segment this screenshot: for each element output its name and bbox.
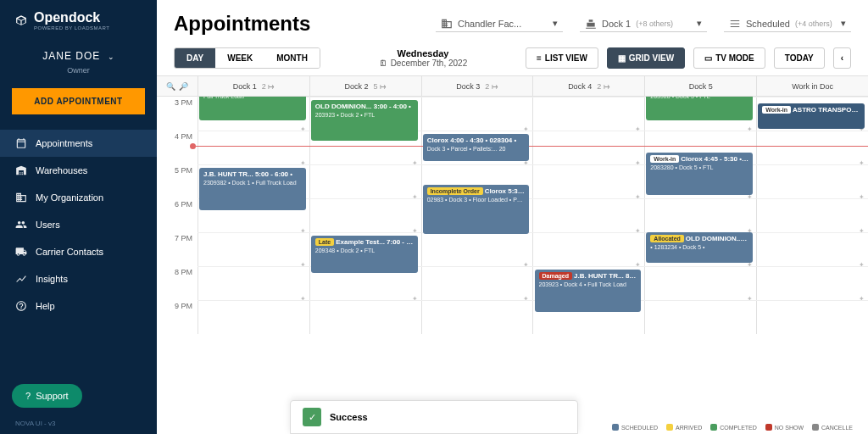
view-range-toggle: DAYWEEKMONTH xyxy=(174,47,320,69)
grid-cell[interactable] xyxy=(532,232,644,266)
sidebar-item-appointments[interactable]: Appointments xyxy=(0,130,157,157)
grid-cell[interactable] xyxy=(198,232,309,266)
view-day[interactable]: DAY xyxy=(175,48,215,68)
grid-cell[interactable] xyxy=(532,97,644,131)
tv-mode-button[interactable]: ▭TV MODE xyxy=(693,47,765,69)
grid-cell[interactable] xyxy=(198,131,309,164)
appointment-card[interactable]: Incomplete OrderClorox 5:30 - 6:45 •0298… xyxy=(423,185,530,234)
grid-cell[interactable] xyxy=(421,97,533,131)
calendar-icon: 🗓 xyxy=(379,58,387,68)
schedule-grid[interactable]: 3 PM4 PM5 PM6 PM7 PM8 PM9 PMDamaged40840… xyxy=(157,97,868,434)
sidebar-item-carrier-contacts[interactable]: Carrier Contacts xyxy=(0,238,157,265)
add-appointment-button[interactable]: ADD APPOINTMENT xyxy=(12,88,145,114)
grid-cell[interactable] xyxy=(644,300,756,334)
grid-cell[interactable] xyxy=(532,131,644,164)
appointment-card[interactable]: DamagedJ.B. HUNT TR... 8:00 - 9:00 •2039… xyxy=(535,270,642,312)
grid-cell[interactable] xyxy=(421,300,533,334)
legend-item: ARRIVED xyxy=(666,424,702,431)
grid-cell[interactable] xyxy=(309,164,421,198)
time-label: 8 PM xyxy=(157,266,198,300)
list-icon: ≡ xyxy=(537,53,542,63)
grid-cell[interactable] xyxy=(421,266,533,300)
grid-cell[interactable] xyxy=(309,300,421,334)
appointment-card[interactable]: LateExample Test... 7:00 - 8:00 •209348 … xyxy=(311,236,418,273)
filter-scheduled[interactable]: Scheduled(+4 others)▾ xyxy=(724,16,851,32)
appointment-card[interactable]: J.B. HUNT TR... 5:00 - 6:00 •2309382 • D… xyxy=(199,168,306,210)
success-toast[interactable]: ✓ Success xyxy=(290,400,578,434)
sidebar-item-my-organization[interactable]: My Organization xyxy=(0,184,157,211)
prev-day-button[interactable]: ‹ xyxy=(833,47,851,69)
zoom-out-icon[interactable]: 🔎 xyxy=(179,82,188,91)
filter-chandler-fac-[interactable]: Chandler Fac...▾ xyxy=(436,16,563,32)
brand-sub: POWERED BY LOADSMART xyxy=(34,25,109,31)
grid-cell[interactable] xyxy=(644,266,756,300)
main: Appointments Chandler Fac...▾Dock 1(+8 o… xyxy=(157,0,868,434)
dock-header[interactable]: Work in Doc xyxy=(756,76,868,96)
time-label: 6 PM xyxy=(157,198,198,232)
user-name: JANE DOE xyxy=(42,50,100,62)
legend: SCHEDULEDARRIVEDCOMPLETEDNO SHOWCANCELLE xyxy=(612,424,853,431)
time-label: 7 PM xyxy=(157,232,198,266)
list-view-button[interactable]: ≡LIST VIEW xyxy=(526,47,598,69)
zoom-in-icon[interactable]: 🔍 xyxy=(166,82,175,91)
appointment-card[interactable]: Clorox 4:00 - 4:30 • 028304 •Dock 3 • Pa… xyxy=(423,134,530,161)
dock-header[interactable]: Dock 12 ↦ xyxy=(198,76,309,96)
logo: Opendock POWERED BY LOADSMART xyxy=(0,0,157,41)
chevron-down-icon: ⌄ xyxy=(108,53,114,61)
dock-header[interactable]: Dock 32 ↦ xyxy=(421,76,533,96)
sidebar-item-warehouses[interactable]: Warehouses xyxy=(0,157,157,184)
grid-icon: ▦ xyxy=(618,53,626,63)
user-role: Owner xyxy=(0,66,157,75)
date-section[interactable]: Wednesday 🗓 December 7th, 2022 xyxy=(379,48,468,68)
user-block[interactable]: JANE DOE ⌄ Owner xyxy=(0,41,157,78)
dock-header[interactable]: Dock 42 ↦ xyxy=(532,76,644,96)
status-badge: Incomplete Order xyxy=(427,187,483,195)
status-badge: Work-in xyxy=(762,106,791,114)
dock-header[interactable]: Dock 25 ↦ xyxy=(309,76,421,96)
page-title: Appointments xyxy=(174,12,310,36)
toolbar: DAYWEEKMONTH Wednesday 🗓 December 7th, 2… xyxy=(157,44,868,76)
help-icon xyxy=(15,300,27,312)
legend-dot xyxy=(612,424,619,431)
filter-dock-[interactable]: Dock 1(+8 others)▾ xyxy=(580,16,707,32)
dock-icon xyxy=(585,18,597,30)
tv-icon: ▭ xyxy=(704,53,712,63)
sidebar-item-users[interactable]: Users xyxy=(0,211,157,238)
appointment-card[interactable]: Damaged40840 • Dock 1 •Full Truck Load xyxy=(199,97,306,120)
dock-header[interactable]: Dock 5 xyxy=(644,76,756,96)
sidebar-item-insights[interactable]: Insights xyxy=(0,265,157,292)
appointment-card[interactable]: LateExample Test... 2:30 - 3:30 •203928 … xyxy=(646,97,753,120)
grid-cell[interactable] xyxy=(756,164,868,198)
sidebar: Opendock POWERED BY LOADSMART JANE DOE ⌄… xyxy=(0,0,157,434)
view-week[interactable]: WEEK xyxy=(215,48,264,68)
grid-cell[interactable] xyxy=(532,198,644,232)
time-label: 9 PM xyxy=(157,300,198,334)
grid-cell[interactable] xyxy=(756,266,868,300)
status-badge: Damaged xyxy=(539,272,573,280)
nav-list: AppointmentsWarehousesMy OrganizationUse… xyxy=(0,130,157,320)
sidebar-item-help[interactable]: Help xyxy=(0,292,157,320)
today-button[interactable]: TODAY xyxy=(774,47,825,69)
grid-cell[interactable] xyxy=(644,198,756,232)
grid-cell[interactable] xyxy=(532,164,644,198)
grid-cell[interactable] xyxy=(756,131,868,164)
grid-cell[interactable] xyxy=(756,232,868,266)
appointment-card[interactable]: AllocatedOLD DOMINION... 7:00 - 7:30• 12… xyxy=(646,232,753,263)
appointment-card[interactable]: Work-inClorox 4:45 - 5:30 • Shortage2083… xyxy=(646,153,753,195)
grid-cell[interactable] xyxy=(421,232,533,266)
appointment-card[interactable]: Work-inASTRO TRANSPORT S... xyxy=(758,103,865,129)
appointment-card[interactable]: OLD DOMINION... 3:00 - 4:00 •203923 • Do… xyxy=(311,100,418,141)
grid-cell[interactable] xyxy=(198,300,309,334)
grid-cell[interactable] xyxy=(198,266,309,300)
grid-cell[interactable] xyxy=(756,198,868,232)
grid-cell[interactable] xyxy=(309,198,421,232)
legend-dot xyxy=(812,424,819,431)
legend-item: NO SHOW xyxy=(765,424,804,431)
grid-view-button[interactable]: ▦GRID VIEW xyxy=(607,47,685,69)
zoom-controls[interactable]: 🔍 🔎 xyxy=(157,76,198,96)
grid-cell[interactable] xyxy=(756,300,868,334)
support-button[interactable]: ? Support xyxy=(12,384,82,408)
brand-name: Opendock xyxy=(34,10,109,25)
date-full: 🗓 December 7th, 2022 xyxy=(379,58,468,68)
view-month[interactable]: MONTH xyxy=(264,48,320,68)
